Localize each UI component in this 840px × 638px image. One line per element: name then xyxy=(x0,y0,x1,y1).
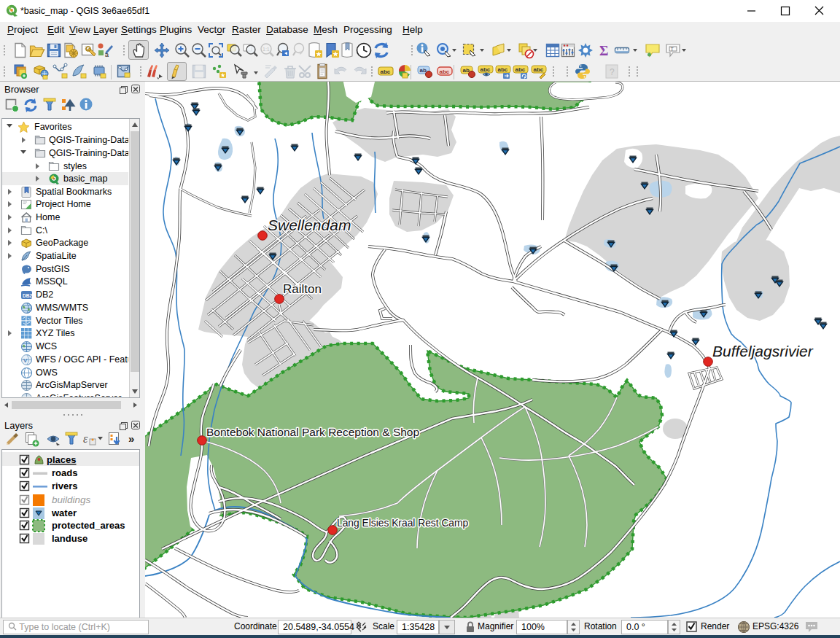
svg-text:ab: ab xyxy=(463,67,470,74)
svg-text:places: places xyxy=(47,454,76,465)
svg-text:abc: abc xyxy=(498,66,508,73)
svg-text:protected_areas: protected_areas xyxy=(52,520,125,531)
svg-text:Swellendam: Swellendam xyxy=(268,217,351,233)
svg-text:abc: abc xyxy=(516,66,526,73)
svg-text:Σ: Σ xyxy=(599,43,608,58)
svg-text:a: a xyxy=(105,51,109,58)
svg-text:landuse: landuse xyxy=(52,533,88,544)
svg-text:rivers: rivers xyxy=(52,481,77,491)
svg-text:T: T xyxy=(671,47,674,52)
svg-text:ab: ab xyxy=(420,67,427,74)
svg-text:?: ? xyxy=(610,67,615,77)
svg-text:roads: roads xyxy=(52,467,77,478)
svg-text:Railton: Railton xyxy=(283,282,322,296)
svg-text:V: V xyxy=(23,357,28,364)
svg-text:water: water xyxy=(51,507,77,518)
svg-text:abc: abc xyxy=(534,66,544,73)
svg-text:Buffeljagsrivier: Buffeljagsrivier xyxy=(712,343,814,359)
svg-text:abc: abc xyxy=(381,69,391,75)
svg-text:ε: ε xyxy=(83,432,88,445)
svg-text:abc: abc xyxy=(481,66,491,73)
svg-text:»: » xyxy=(128,432,134,445)
svg-text:1:1: 1:1 xyxy=(262,47,270,52)
svg-text:buildings: buildings xyxy=(52,494,91,505)
svg-text:abc: abc xyxy=(440,69,450,75)
svg-text:DB2: DB2 xyxy=(23,293,32,298)
svg-text:Bontebok National Park Recepti: Bontebok National Park Reception & Shop xyxy=(206,426,419,438)
svg-text:Lang Elsies Kraal Rest Camp: Lang Elsies Kraal Rest Camp xyxy=(337,518,469,529)
